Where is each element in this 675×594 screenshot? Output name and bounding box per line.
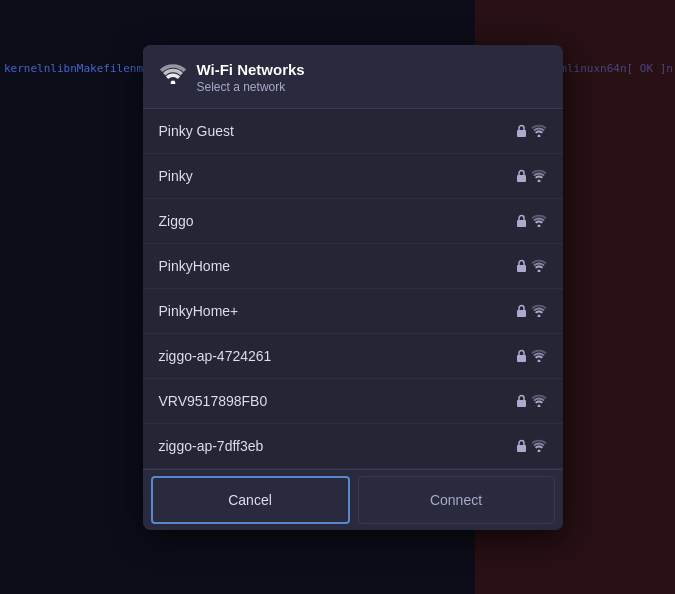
signal-icon	[531, 439, 547, 452]
wifi-header-icon	[159, 63, 187, 91]
connect-button[interactable]: Connect	[358, 476, 555, 524]
network-status-icons	[516, 304, 547, 318]
network-item[interactable]: Pinky	[143, 154, 563, 199]
svg-rect-7	[517, 265, 526, 272]
lock-icon	[516, 349, 527, 363]
wifi-dialog: Wi-Fi Networks Select a network Pinky Gu…	[143, 45, 563, 530]
lock-icon	[516, 304, 527, 318]
signal-icon	[531, 124, 547, 137]
dialog-title: Wi-Fi Networks	[197, 61, 305, 78]
network-item[interactable]: PinkyHome	[143, 244, 563, 289]
signal-icon	[531, 169, 547, 182]
network-list[interactable]: Pinky Guest Pinky	[143, 109, 563, 469]
network-item[interactable]: PinkyHome+	[143, 289, 563, 334]
svg-rect-15	[517, 445, 526, 452]
svg-point-4	[537, 180, 540, 183]
network-item[interactable]: Ziggo	[143, 199, 563, 244]
network-name: ziggo-ap-7dff3eb	[159, 438, 264, 454]
signal-icon	[531, 214, 547, 227]
signal-icon	[531, 304, 547, 317]
svg-rect-13	[517, 400, 526, 407]
lock-icon	[516, 214, 527, 228]
network-status-icons	[516, 124, 547, 138]
network-name: ziggo-ap-4724261	[159, 348, 272, 364]
network-name: Ziggo	[159, 213, 194, 229]
network-name: PinkyHome+	[159, 303, 239, 319]
svg-point-0	[170, 80, 175, 84]
signal-icon	[531, 349, 547, 362]
signal-icon	[531, 394, 547, 407]
svg-rect-5	[517, 220, 526, 227]
network-item[interactable]: VRV9517898FB0	[143, 379, 563, 424]
network-status-icons	[516, 214, 547, 228]
svg-rect-11	[517, 355, 526, 362]
network-status-icons	[516, 394, 547, 408]
lock-icon	[516, 169, 527, 183]
network-name: Pinky Guest	[159, 123, 234, 139]
svg-point-16	[537, 450, 540, 453]
network-name: PinkyHome	[159, 258, 231, 274]
lock-icon	[516, 259, 527, 273]
svg-point-6	[537, 225, 540, 228]
network-status-icons	[516, 439, 547, 453]
network-name: VRV9517898FB0	[159, 393, 268, 409]
network-status-icons	[516, 169, 547, 183]
svg-rect-1	[517, 130, 526, 137]
network-item[interactable]: ziggo-ap-7dff3eb	[143, 424, 563, 469]
header-text: Wi-Fi Networks Select a network	[197, 61, 305, 94]
svg-point-10	[537, 315, 540, 318]
svg-point-8	[537, 270, 540, 273]
svg-rect-3	[517, 175, 526, 182]
signal-icon	[531, 259, 547, 272]
svg-rect-9	[517, 310, 526, 317]
svg-point-2	[537, 135, 540, 138]
lock-icon	[516, 439, 527, 453]
network-item[interactable]: Pinky Guest	[143, 109, 563, 154]
lock-icon	[516, 394, 527, 408]
svg-point-14	[537, 405, 540, 408]
network-status-icons	[516, 259, 547, 273]
network-item[interactable]: ziggo-ap-4724261	[143, 334, 563, 379]
lock-icon	[516, 124, 527, 138]
svg-point-12	[537, 360, 540, 363]
dialog-header: Wi-Fi Networks Select a network	[143, 45, 563, 109]
dialog-footer: Cancel Connect	[143, 469, 563, 530]
network-status-icons	[516, 349, 547, 363]
dialog-subtitle: Select a network	[197, 80, 305, 94]
cancel-button[interactable]: Cancel	[151, 476, 350, 524]
network-name: Pinky	[159, 168, 193, 184]
